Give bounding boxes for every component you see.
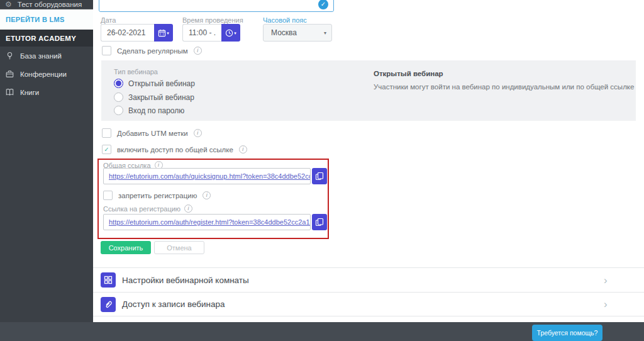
timezone-label: Часовой пояс [263, 16, 307, 24]
section-label: Доступ к записи вебинара [122, 299, 225, 309]
gear-icon: ⚙ [5, 1, 12, 8]
lms-link-label: ПЕРЕЙТИ В LMS [6, 16, 65, 23]
sidebar-item-equipment-test[interactable]: ⚙ Тест оборудования [0, 0, 93, 9]
label-text: Ссылка на регистрацию [103, 205, 180, 213]
chevron-right-icon: › [604, 275, 608, 286]
deny-registration-checkbox-row[interactable]: запретить регистрацию i [103, 191, 211, 200]
info-icon[interactable]: i [194, 129, 202, 137]
info-icon[interactable]: i [194, 47, 202, 55]
utm-checkbox-row[interactable]: Добавить UTM метки i [102, 128, 202, 138]
checkbox-label: Добавить UTM метки [117, 130, 188, 137]
sidebar-item-label: База знаний [20, 52, 62, 60]
caret-down-icon: ▾ [234, 31, 236, 35]
save-button[interactable]: Сохранить [101, 241, 151, 254]
shared-link-field[interactable]: https://etutorium.com/auth/quicksignup.h… [103, 168, 311, 184]
registration-link-field[interactable]: https://etutorium.com/auth/register.html… [103, 214, 311, 230]
sidebar-section-header: ETUTOR ACADEMY [0, 30, 93, 47]
help-button[interactable]: Требуется помощь? [532, 325, 602, 341]
sidebar-item-label: Тест оборудования [18, 1, 82, 8]
radio-open-webinar[interactable]: Открытый вебинар [114, 79, 195, 88]
caret-down-icon: ▾ [167, 31, 169, 35]
sidebar-item-books[interactable]: Книги [0, 83, 93, 101]
copy-registration-link-button[interactable] [312, 214, 327, 230]
sidebar-item-conferences[interactable]: Конференции [0, 65, 93, 83]
registration-link-row: https://etutorium.com/auth/register.html… [103, 214, 327, 230]
info-icon[interactable]: i [239, 145, 247, 154]
cancel-button[interactable]: Отмена [154, 241, 204, 254]
info-icon[interactable]: i [203, 191, 211, 199]
chevron-right-icon: › [604, 299, 608, 310]
type-description-text: Участники могут войти на вебинар по инди… [374, 83, 634, 91]
shared-access-checkbox-checked[interactable]: ✓ [102, 145, 111, 154]
date-picker-button[interactable]: ▾ [154, 24, 173, 42]
type-description-title: Открытый вебинар [374, 70, 443, 77]
time-picker-button[interactable]: ▾ [221, 24, 240, 42]
book-icon [6, 88, 14, 96]
date-group: ▾ [101, 24, 173, 42]
shared-links-highlight-box: Общая ссылка i https://etutorium.com/aut… [97, 159, 329, 239]
paperclip-icon [101, 297, 116, 312]
webinar-settings-page: ⚙ Тест оборудования ПЕРЕЙТИ В LMS ETUTOR… [0, 0, 644, 341]
shared-link-row: https://etutorium.com/auth/quicksignup.h… [103, 168, 327, 184]
checkbox-label: включить доступ по общей ссылке [117, 146, 233, 154]
radio-label: Вход по паролю [128, 106, 184, 115]
make-regular-checkbox-row[interactable]: Сделать регулярным i [102, 46, 202, 55]
sidebar-item-label: Конференции [20, 70, 67, 78]
timezone-value: Москва [271, 28, 297, 37]
shared-link-url[interactable]: https://etutorium.com/auth/quicksignup.h… [109, 172, 311, 180]
info-icon[interactable]: i [184, 204, 192, 213]
checkbox-label: Сделать регулярным [117, 47, 188, 55]
time-label: Время проведения [182, 16, 243, 24]
sidebar-link-lms[interactable]: ПЕРЕЙТИ В LMS [0, 9, 93, 30]
copy-icon [315, 218, 324, 226]
radio-label: Закрытый вебинар [128, 93, 194, 102]
deny-registration-checkbox[interactable] [103, 191, 113, 200]
settings-sections: Настройки вебинарной комнаты › Доступ к … [93, 267, 644, 316]
caret-down-icon: ▾ [324, 30, 326, 36]
sidebar-item-label: Книги [20, 89, 39, 96]
briefcase-icon [6, 70, 14, 78]
registration-link-label: Ссылка на регистрацию i [103, 204, 192, 213]
radio-label: Открытый вебинар [128, 79, 195, 88]
clock-icon [225, 29, 233, 37]
grid-icon [101, 272, 116, 288]
main-content: ✓ Дата ▾ Время проведения ▾ Часовой поя [93, 0, 644, 322]
copy-icon [315, 172, 324, 181]
time-group: ▾ [182, 24, 240, 42]
webinar-title-input[interactable] [99, 0, 333, 11]
shared-access-checkbox-row[interactable]: ✓ включить доступ по общей ссылке i [102, 145, 247, 154]
webinar-title-field: ✓ [99, 0, 334, 12]
sidebar-header-label: ETUTOR ACADEMY [6, 35, 76, 42]
utm-checkbox[interactable] [102, 128, 111, 138]
radio-password-entry[interactable]: Вход по паролю [114, 106, 184, 115]
time-input[interactable] [182, 24, 221, 42]
sidebar: ⚙ Тест оборудования ПЕРЕЙТИ В LMS ETUTOR… [0, 0, 93, 322]
timezone-select[interactable]: Москва ▾ [263, 24, 332, 42]
copy-shared-link-button[interactable] [312, 168, 327, 184]
sidebar-item-knowledge-base[interactable]: База знаний [0, 47, 93, 65]
date-input[interactable] [101, 24, 154, 42]
section-webinar-room-settings[interactable]: Настройки вебинарной комнаты › [93, 267, 644, 292]
webinar-type-panel: Тип вебинара Открытый вебинар Закрытый в… [101, 60, 636, 121]
radio-closed-webinar[interactable]: Закрытый вебинар [114, 92, 194, 102]
registration-link-url[interactable]: https://etutorium.com/auth/register.html… [109, 218, 311, 226]
date-label: Дата [101, 16, 116, 24]
radio-button-selected[interactable] [114, 79, 123, 88]
radio-button[interactable] [114, 106, 123, 115]
section-recording-access[interactable]: Доступ к записи вебинара › [93, 292, 644, 316]
webinar-type-label: Тип вебинара [114, 68, 158, 75]
radio-button[interactable] [114, 92, 123, 102]
make-regular-checkbox[interactable] [102, 46, 111, 55]
calendar-icon [158, 29, 166, 37]
checkbox-label: запретить регистрацию [118, 192, 197, 199]
bulb-icon [6, 52, 14, 60]
section-label: Настройки вебинарной комнаты [122, 276, 249, 285]
